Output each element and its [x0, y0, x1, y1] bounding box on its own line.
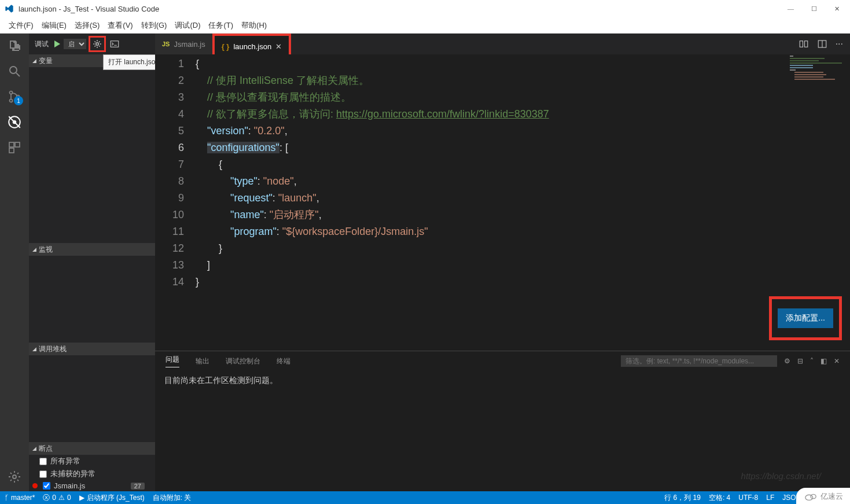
- code-editor[interactable]: 1234567891011121314 { // 使用 IntelliSense…: [155, 54, 850, 351]
- panel-collapse-icon[interactable]: ⊟: [797, 357, 803, 365]
- panel-tab-terminal[interactable]: 终端: [277, 356, 290, 366]
- section-breakpoints[interactable]: ◢断点: [29, 442, 155, 455]
- svg-point-0: [10, 67, 17, 73]
- panel-close-icon[interactable]: ✕: [834, 357, 840, 365]
- status-eol[interactable]: LF: [766, 493, 774, 503]
- problems-filter-input[interactable]: [621, 355, 777, 367]
- bp-all-exceptions[interactable]: 所有异常: [29, 455, 155, 468]
- breakpoint-dot-icon: [32, 483, 38, 488]
- svg-point-2: [10, 91, 13, 94]
- json-file-icon: { }: [222, 42, 230, 51]
- search-icon[interactable]: [7, 64, 22, 79]
- bp-line-number: 27: [131, 483, 145, 490]
- svg-rect-8: [15, 142, 20, 147]
- code-content[interactable]: { // 使用 IntelliSense 了解相关属性。 // 悬停以查看现有属…: [196, 54, 850, 351]
- vscode-icon: [5, 4, 14, 13]
- menu-edit[interactable]: 编辑(E): [38, 20, 71, 31]
- menu-select[interactable]: 选择(S): [71, 20, 104, 31]
- panel-tab-problems[interactable]: 问题: [165, 355, 179, 367]
- problems-body: 目前尚未在工作区检测到问题。 https://blog.csdn.net/: [155, 371, 850, 391]
- menu-view[interactable]: 查看(V): [104, 20, 137, 31]
- svg-point-18: [811, 494, 816, 498]
- bp-all-checkbox[interactable]: [39, 458, 47, 465]
- debug-label: 调试: [35, 39, 49, 49]
- menubar: 文件(F) 编辑(E) 选择(S) 查看(V) 转到(G) 调试(D) 任务(T…: [0, 17, 850, 34]
- status-encoding[interactable]: UTF-8: [738, 493, 758, 503]
- js-file-icon: JS: [162, 41, 170, 47]
- svg-rect-14: [804, 41, 807, 47]
- bottom-panel: 问题 输出 调试控制台 终端 ⚙ ⊟ ˄ ◧ ✕ 目前尚未在工作区检测到问题。 …: [155, 351, 850, 491]
- titlebar: launch.json - Js_Test - Visual Studio Co…: [0, 0, 850, 17]
- tab-jsmain[interactable]: JSJsmain.js: [155, 34, 212, 54]
- svg-line-1: [16, 73, 20, 76]
- svg-point-11: [96, 43, 99, 46]
- window-title: launch.json - Js_Test - Visual Studio Co…: [19, 5, 159, 13]
- section-watch[interactable]: ◢监视: [29, 243, 155, 256]
- svg-point-3: [10, 100, 13, 102]
- add-config-button[interactable]: 添加配置...: [778, 308, 833, 328]
- settings-icon[interactable]: [7, 469, 22, 484]
- svg-rect-13: [800, 41, 803, 47]
- more-icon[interactable]: ···: [836, 39, 843, 49]
- menu-debug[interactable]: 调试(D): [171, 20, 204, 31]
- svg-rect-12: [111, 41, 119, 47]
- add-config-highlight: 添加配置...: [769, 296, 842, 340]
- minimize-button[interactable]: —: [788, 5, 794, 13]
- debug-icon[interactable]: [7, 115, 22, 130]
- line-gutter: 1234567891011121314: [155, 54, 196, 351]
- status-spaces[interactable]: 空格: 4: [709, 493, 730, 503]
- compare-icon[interactable]: [799, 39, 809, 49]
- status-autoattach[interactable]: 自动附加: 关: [153, 493, 192, 503]
- panel-tab-output[interactable]: 输出: [196, 356, 209, 366]
- config-dropdown[interactable]: 启: [64, 39, 86, 49]
- close-tab-icon[interactable]: ✕: [275, 42, 282, 51]
- sidebar: 调试 启 打开 launch.json ◢变量 ◢监视 ◢调用堆栈 ◢断点 所有…: [29, 34, 155, 491]
- close-button[interactable]: ✕: [834, 5, 840, 13]
- tabbar: JSJsmain.js { }launch.json✕ ···: [155, 34, 850, 54]
- tab-launch-json[interactable]: { }launch.json✕: [215, 36, 289, 57]
- extensions-icon[interactable]: [7, 140, 22, 155]
- activitybar: 1: [0, 34, 29, 491]
- filter-gear-icon[interactable]: ⚙: [784, 357, 790, 365]
- svg-rect-7: [9, 142, 14, 147]
- svg-point-10: [13, 475, 16, 479]
- menu-file[interactable]: 文件(F): [5, 20, 38, 31]
- split-editor-icon[interactable]: [817, 39, 827, 49]
- debug-toolbar: 调试 启 打开 launch.json: [29, 34, 155, 54]
- minimap[interactable]: [786, 54, 850, 87]
- explorer-icon[interactable]: [7, 38, 22, 53]
- panel-maximize-icon[interactable]: ◧: [820, 357, 827, 365]
- panel-up-icon[interactable]: ˄: [810, 357, 814, 365]
- status-branch[interactable]: ᚶ master*: [5, 494, 35, 502]
- scm-icon[interactable]: 1: [7, 89, 22, 104]
- menu-goto[interactable]: 转到(G): [137, 20, 171, 31]
- open-launch-json-button[interactable]: [89, 36, 106, 52]
- bp-file-jsmain[interactable]: Jsmain.js27: [29, 480, 155, 491]
- bp-file-checkbox[interactable]: [43, 482, 50, 490]
- menu-tasks[interactable]: 任务(T): [204, 20, 237, 31]
- yisu-badge: 亿速云: [796, 488, 850, 504]
- menu-help[interactable]: 帮助(H): [237, 20, 271, 31]
- scm-badge: 1: [14, 96, 23, 105]
- bp-uncaught-exceptions[interactable]: 未捕获的异常: [29, 468, 155, 480]
- svg-rect-9: [9, 148, 14, 153]
- status-errors[interactable]: ⓧ 0 ⚠ 0: [43, 493, 71, 503]
- run-icon[interactable]: [52, 39, 61, 49]
- status-launch[interactable]: ▶ 启动程序 (Js_Test): [79, 493, 145, 503]
- statusbar: ᚶ master* ⓧ 0 ⚠ 0 ▶ 启动程序 (Js_Test) 自动附加:…: [0, 491, 850, 504]
- debug-console-icon[interactable]: [109, 39, 120, 49]
- panel-tab-debugconsole[interactable]: 调试控制台: [226, 356, 260, 366]
- section-callstack[interactable]: ◢调用堆栈: [29, 343, 155, 355]
- maximize-button[interactable]: ☐: [811, 5, 817, 13]
- watermark: https://blog.csdn.net/: [741, 471, 821, 481]
- svg-point-17: [805, 495, 813, 500]
- bp-uncaught-checkbox[interactable]: [39, 470, 47, 478]
- status-position[interactable]: 行 6，列 19: [664, 493, 701, 503]
